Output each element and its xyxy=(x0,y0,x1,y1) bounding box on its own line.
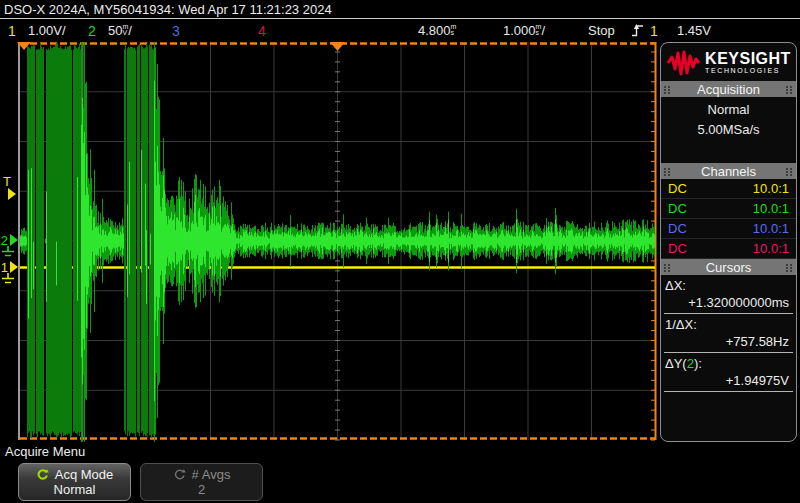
channel-row-2: DC 10.0:1 xyxy=(661,199,796,219)
ch2-number[interactable]: 2 xyxy=(88,23,96,39)
inverse-delta-x-label: 1/ΔX: xyxy=(661,314,796,332)
trigger-level: 1.45V xyxy=(677,23,711,38)
cycle-icon xyxy=(36,468,49,481)
ch1-number[interactable]: 1 xyxy=(8,23,16,39)
trigger-time-marker-icon[interactable] xyxy=(330,42,345,51)
ch3-number[interactable]: 3 xyxy=(172,23,180,39)
ch2-ground-marker-icon[interactable] xyxy=(10,234,18,246)
brand-name: KEYSIGHT xyxy=(705,51,791,66)
horizontal-delay[interactable]: 4.800ms xyxy=(418,23,456,38)
grip-icon xyxy=(786,167,793,176)
ch2-scale[interactable]: 50mV/ xyxy=(108,23,132,38)
ch1-ground-label[interactable]: 1 xyxy=(1,260,8,275)
delta-y-value: +1.94975V xyxy=(661,371,796,391)
waveform-graticule[interactable]: T 2 1 xyxy=(0,42,658,442)
cursors-section-header[interactable]: Cursors xyxy=(661,259,796,275)
run-state: Stop xyxy=(588,23,615,38)
brand-subtitle: TECHNOLOGIES xyxy=(705,66,791,75)
grip-icon xyxy=(664,167,671,176)
menu-title: Acquire Menu xyxy=(5,444,85,459)
acquisition-section-header[interactable]: Acquisition xyxy=(661,81,796,97)
grip-icon xyxy=(664,85,671,94)
channels-section-header[interactable]: Channels xyxy=(661,163,796,179)
delta-x-value: +1.320000000ms xyxy=(661,293,796,313)
sample-rate: 5.00MSa/s xyxy=(661,122,796,137)
softkey-acq-mode[interactable]: Acq Mode Normal xyxy=(18,463,131,501)
delta-x-label: ΔX: xyxy=(661,275,796,293)
delta-y-label: ΔY(2): xyxy=(661,353,796,371)
ch1-ground-marker-icon[interactable] xyxy=(10,261,18,273)
ch1-scale[interactable]: 1.00V/ xyxy=(28,23,66,38)
trigger-source: 1 xyxy=(650,23,658,39)
cycle-icon xyxy=(173,468,186,481)
divider xyxy=(664,391,793,392)
grip-icon xyxy=(786,85,793,94)
oscilloscope-screen: DSO-X 2024A, MY56041934: Wed Apr 17 11:2… xyxy=(0,0,800,503)
trigger-level-label[interactable]: T xyxy=(3,174,11,189)
keysight-logo: KEYSIGHT TECHNOLOGIES xyxy=(661,43,796,81)
softkey-num-avgs[interactable]: # Avgs 2 xyxy=(140,463,263,501)
info-sidebar: KEYSIGHT TECHNOLOGIES Acquisition Normal… xyxy=(660,42,797,442)
status-bar: 1 1.00V/ 2 50mV/ 3 4 4.800ms 1.000ms/ St… xyxy=(0,20,800,42)
rising-edge-trigger-icon xyxy=(631,22,644,42)
inverse-delta-x-value: +757.58Hz xyxy=(661,332,796,352)
ch2-ground-label[interactable]: 2 xyxy=(1,233,8,248)
timebase-scale[interactable]: 1.000ms/ xyxy=(503,23,545,38)
keysight-wave-icon xyxy=(666,50,700,76)
acquisition-mode: Normal xyxy=(661,102,796,117)
grip-icon xyxy=(786,263,793,272)
title-bar: DSO-X 2024A, MY56041934: Wed Apr 17 11:2… xyxy=(0,0,800,19)
grip-icon xyxy=(664,263,671,272)
trigger-level-marker-icon[interactable] xyxy=(8,188,16,200)
ch4-number[interactable]: 4 xyxy=(258,23,266,39)
channel-row-3: DC 10.0:1 xyxy=(661,219,796,239)
instrument-title: DSO-X 2024A, MY56041934: Wed Apr 17 11:2… xyxy=(4,2,332,17)
channel-row-1: DC 10.0:1 xyxy=(661,179,796,199)
channel-row-4: DC 10.0:1 xyxy=(661,239,796,259)
